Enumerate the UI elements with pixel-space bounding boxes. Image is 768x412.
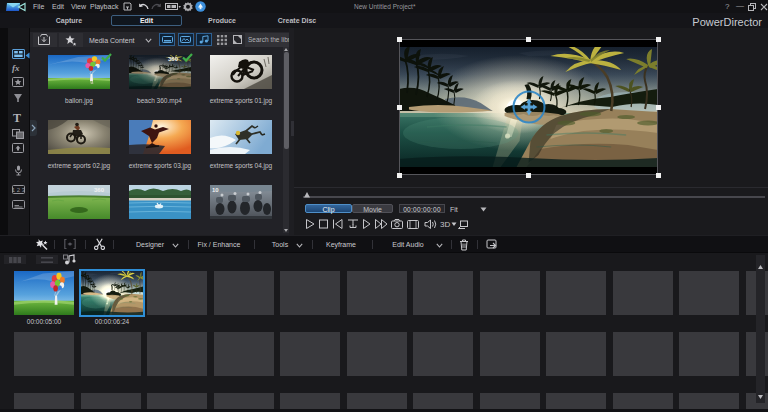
svg-text:1 2 3: 1 2 3	[12, 186, 25, 192]
svg-text:3D: 3D	[440, 220, 450, 229]
